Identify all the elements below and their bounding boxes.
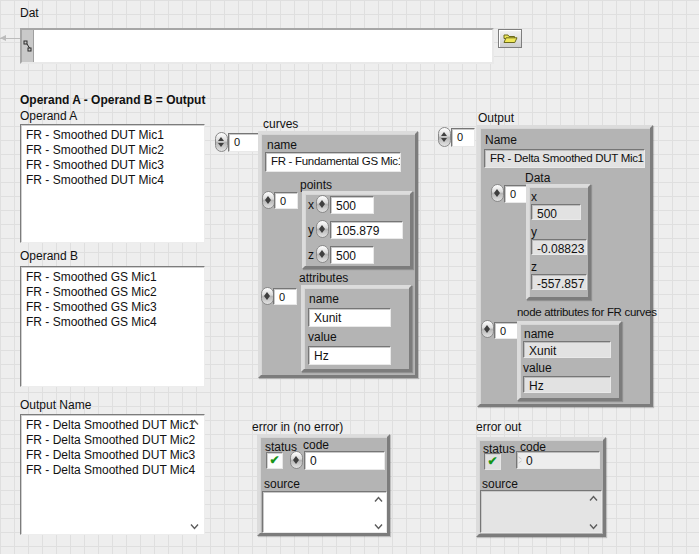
node-attribute-value-label: value xyxy=(523,362,552,375)
list-item[interactable]: FR - Delta Smoothed DUT Mic4 xyxy=(26,463,204,478)
z-label: z xyxy=(531,261,537,274)
curves-label: curves xyxy=(263,118,298,131)
radix-mark-icon xyxy=(518,455,522,465)
point-x-field[interactable]: 500 xyxy=(330,196,374,214)
checkmark-icon: ✔ xyxy=(269,453,279,467)
x-label: x xyxy=(308,199,314,212)
scroll-down-icon[interactable] xyxy=(373,523,384,530)
list-item[interactable]: FR - Smoothed GS Mic4 xyxy=(26,315,204,330)
increment-decrement-icon[interactable] xyxy=(481,320,494,338)
point-y-field[interactable]: 105.879 xyxy=(330,221,403,239)
y-label: y xyxy=(531,226,537,239)
operand-b-listbox[interactable]: FR - Smoothed GS Mic1 FR - Smoothed GS M… xyxy=(20,266,205,387)
source-label: source xyxy=(264,478,300,491)
attribute-value-label: value xyxy=(308,331,337,344)
data-index-field[interactable]: 0 xyxy=(504,185,527,203)
curve-name-label: name xyxy=(267,139,297,152)
node-attribute-name-field: Xunit xyxy=(523,341,611,358)
browse-button[interactable] xyxy=(498,29,522,48)
error-in-label: error in (no error) xyxy=(252,421,343,434)
path-input[interactable] xyxy=(34,30,492,62)
error-out-cluster: status code ✔ 0 source xyxy=(476,437,606,537)
node-attribute-name-label: name xyxy=(524,328,554,341)
list-item[interactable]: FR - Delta Smoothed DUT Mic3 xyxy=(26,448,204,463)
attribute-name-field[interactable]: Xunit xyxy=(308,308,391,327)
points-index-field[interactable]: 0 xyxy=(274,192,298,209)
list-item[interactable]: FR - Smoothed DUT Mic3 xyxy=(26,158,204,173)
z-label: z xyxy=(308,249,314,262)
folder-icon xyxy=(503,33,518,44)
increment-decrement-icon[interactable] xyxy=(290,451,303,469)
attributes-cluster: name Xunit value Hz xyxy=(301,285,412,372)
checkmark-icon: ✔ xyxy=(487,454,497,468)
data-x-field: 500 xyxy=(531,204,581,220)
scroll-down-icon[interactable] xyxy=(189,523,200,530)
data-y-field: -0.08823 xyxy=(531,239,587,255)
attributes-label: attributes xyxy=(299,272,348,285)
scroll-up-icon[interactable] xyxy=(373,496,384,503)
path-glyph-icon xyxy=(23,40,32,52)
attribute-name-label: name xyxy=(309,293,339,306)
point-z-field[interactable]: 500 xyxy=(330,246,374,264)
output-name-value-field: FR - Delta Smoothed DUT Mic1 xyxy=(484,149,645,168)
node-attributes-cluster: name Xunit value Hz xyxy=(517,321,622,401)
error-in-cluster: status code ✔ 0 source xyxy=(257,434,390,536)
output-name-label: Output Name xyxy=(20,399,91,412)
list-item[interactable]: FR - Smoothed DUT Mic2 xyxy=(26,143,204,158)
data-cluster: x 500 y -0.08823 z -557.857 xyxy=(526,184,591,300)
output-cluster: Name FR - Delta Smoothed DUT Mic1 Data 0… xyxy=(477,125,653,407)
output-label: Output xyxy=(478,112,514,125)
list-item[interactable]: FR - Smoothed DUT Mic1 xyxy=(26,128,204,143)
status-indicator: ✔ xyxy=(484,453,501,470)
node-attributes-label: node attributes for FR curves xyxy=(517,306,657,319)
node-attributes-index-field[interactable]: 0 xyxy=(494,322,519,339)
data-z-field: -557.857 xyxy=(531,274,587,290)
attributes-index-field[interactable]: 0 xyxy=(273,288,297,305)
increment-decrement-icon[interactable] xyxy=(491,184,504,202)
path-label: Dat xyxy=(20,7,39,20)
node-attribute-value-field: Hz xyxy=(523,376,611,393)
output-name-field-label: Name xyxy=(485,134,517,147)
attribute-value-field[interactable]: Hz xyxy=(308,346,391,365)
output-name-listbox[interactable]: FR - Delta Smoothed DUT Mic1 FR - Delta … xyxy=(20,414,205,535)
points-cluster: x 500 y 105.879 z 500 xyxy=(302,191,413,269)
curve-name-field[interactable]: FR - Fundamental GS Mic1 xyxy=(265,152,401,172)
scroll-down-icon[interactable] xyxy=(588,523,599,530)
error-out-source-field xyxy=(480,490,602,533)
increment-decrement-icon[interactable] xyxy=(316,220,329,238)
increment-decrement-icon[interactable] xyxy=(316,195,329,213)
error-out-label: error out xyxy=(476,421,521,434)
curves-cluster: name FR - Fundamental GS Mic1 points 0 x… xyxy=(258,131,418,378)
error-in-code-field[interactable]: 0 xyxy=(304,451,385,470)
path-control[interactable] xyxy=(20,28,494,64)
operation-heading: Operand A - Operand B = Output xyxy=(20,94,205,107)
y-label: y xyxy=(308,224,314,237)
increment-decrement-icon[interactable] xyxy=(438,127,451,147)
operand-a-label: Operand A xyxy=(20,110,77,123)
scroll-up-icon[interactable] xyxy=(588,495,599,502)
status-checkbox[interactable]: ✔ xyxy=(266,452,283,469)
list-item[interactable]: FR - Smoothed GS Mic1 xyxy=(26,270,204,285)
scroll-up-icon[interactable] xyxy=(189,419,200,426)
list-item[interactable]: FR - Smoothed DUT Mic4 xyxy=(26,173,204,188)
increment-decrement-icon[interactable] xyxy=(215,132,228,152)
wire-arrow-icon xyxy=(0,35,6,41)
output-index-field[interactable]: 0 xyxy=(451,128,475,147)
error-out-code-field: 0 xyxy=(516,451,600,469)
operand-a-listbox[interactable]: FR - Smoothed DUT Mic1 FR - Smoothed DUT… xyxy=(20,124,205,243)
increment-decrement-icon[interactable] xyxy=(316,245,329,263)
list-item[interactable]: FR - Delta Smoothed DUT Mic2 xyxy=(26,433,204,448)
error-in-source-field[interactable] xyxy=(262,491,387,533)
x-label: x xyxy=(531,191,537,204)
path-type-strip xyxy=(22,30,34,62)
list-item[interactable]: FR - Delta Smoothed DUT Mic1 xyxy=(26,418,204,433)
curves-index-field[interactable]: 0 xyxy=(228,133,260,152)
list-item[interactable]: FR - Smoothed GS Mic3 xyxy=(26,300,204,315)
operand-b-label: Operand B xyxy=(20,250,78,263)
list-item[interactable]: FR - Smoothed GS Mic2 xyxy=(26,285,204,300)
